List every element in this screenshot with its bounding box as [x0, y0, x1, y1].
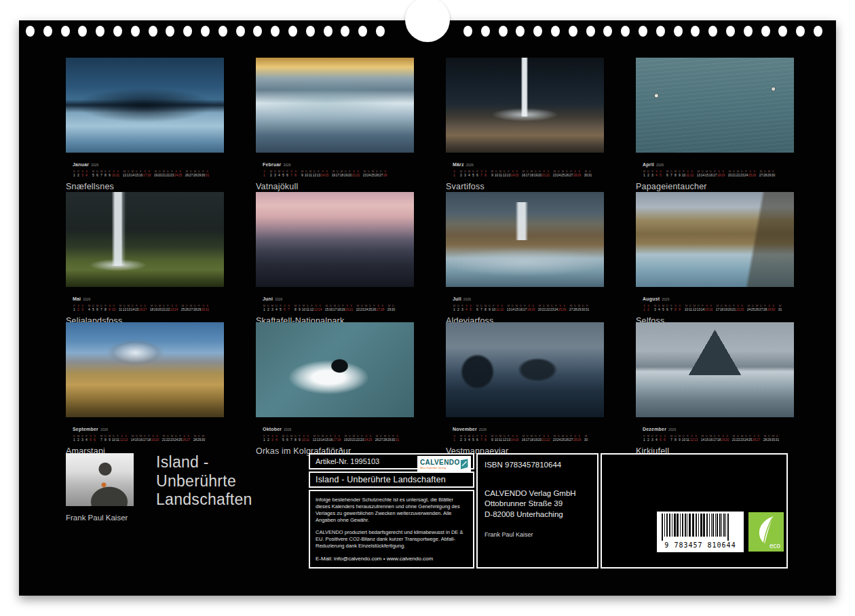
- mini-calendar-day: S28: [573, 170, 577, 178]
- photo-skaftafell-nationalpark: [256, 192, 414, 287]
- month-name: Juli: [453, 296, 461, 301]
- binding-hole: [533, 26, 542, 37]
- mini-calendar-day: D25: [368, 305, 372, 312]
- mini-calendar-day: S12: [690, 170, 694, 178]
- mini-calendar-day: D8: [674, 435, 677, 442]
- title-line-2: Unberührte: [156, 472, 252, 491]
- mini-calendar-day: F3: [651, 170, 654, 178]
- mini-calendar-week: M21D22M23D24F25S26S27: [732, 435, 760, 442]
- mini-calendar-day: M19: [344, 435, 347, 442]
- mini-calendar-november: November2026S1M2D3M4D5F6S7S8M9D10M11D12F…: [446, 421, 604, 442]
- mini-calendar-day: M9: [491, 170, 494, 178]
- mini-calendar-day: M26: [185, 170, 189, 178]
- mini-calendar-day: M1: [643, 170, 646, 178]
- mini-calendar-week: M5D6M7D8F9S10S11: [282, 435, 309, 442]
- legal-paragraph-1: Infolge bestehender Schutzrechte ist es …: [316, 497, 468, 524]
- mini-calendar-day: S30: [772, 305, 775, 312]
- mini-calendar-week: D1F2S3S4: [73, 170, 88, 178]
- mini-calendar-week: M1D2F3S4S5: [453, 305, 472, 312]
- mini-calendar-day: D30: [392, 305, 395, 312]
- mini-calendar-day: M28: [383, 435, 387, 442]
- mini-calendar-week: M29D30: [387, 305, 395, 312]
- mini-calendar-day: M29: [387, 305, 391, 312]
- mini-calendar-day: M6: [96, 305, 99, 312]
- binding-hole: [674, 26, 683, 37]
- mini-calendar-day: D10: [682, 435, 685, 442]
- mini-calendar-day: D16: [519, 305, 522, 312]
- mini-calendar-day: D20: [158, 170, 162, 178]
- binding-hole: [358, 26, 367, 37]
- mini-calendar-day: M10: [685, 305, 688, 312]
- mini-calendar-day: D23: [550, 305, 554, 312]
- mini-calendar-week: M23D24M25D26F27S28: [363, 170, 387, 178]
- photo-amarstapi: [66, 322, 224, 417]
- publisher-street: Ottobrunner Straße 39: [484, 499, 590, 509]
- mini-calendar-day: D10: [495, 435, 498, 442]
- mini-calendar-day: F17: [523, 305, 527, 312]
- mini-calendar-week: M1D2M3D4F5S6S7: [263, 305, 290, 312]
- month-year: 2026: [83, 297, 90, 301]
- mini-calendar-day: F5: [279, 305, 282, 312]
- mini-calendar-day: S18: [337, 435, 341, 442]
- mini-calendar-day: F13: [317, 170, 320, 178]
- mini-calendar-day: S11: [686, 170, 689, 178]
- mini-calendar-day: M23: [170, 435, 174, 442]
- mini-calendar-day: M13: [507, 305, 510, 312]
- mini-calendar-day: S10: [302, 435, 305, 442]
- mini-calendar-day: F27: [569, 435, 573, 442]
- mini-calendar-day: D1: [643, 435, 646, 442]
- isbn-box-author: Frank Paul Kaiser: [484, 531, 590, 538]
- mini-calendar-day: S11: [496, 305, 499, 312]
- mini-calendar-day: F9: [108, 170, 111, 178]
- mini-calendar-weeks: D1M2D3F4S5S6M7D8M9D10F11S12S13M14D15M16D…: [73, 435, 224, 442]
- mini-calendar-day: F27: [379, 170, 383, 178]
- mini-calendar-day: S16: [139, 305, 142, 312]
- mini-calendar-day: S3: [81, 170, 84, 178]
- mini-calendar-day: F30: [392, 435, 395, 442]
- mini-calendar-day: F21: [732, 305, 736, 312]
- binding-hole: [113, 26, 122, 37]
- mini-calendar-week: M26D27M28D29F30S31: [375, 435, 399, 442]
- mini-calendar-day: S28: [573, 435, 577, 442]
- mini-calendar-day: M4: [278, 170, 281, 178]
- mini-calendar-day: M19: [154, 170, 157, 178]
- mini-calendar-day: M28: [763, 435, 767, 442]
- binding-hole: [376, 26, 385, 37]
- mini-calendar-day: S8: [674, 305, 677, 312]
- binding-hole: [306, 26, 315, 37]
- mini-calendar-day: D12: [503, 435, 506, 442]
- mini-calendar-day: S4: [655, 170, 658, 178]
- mini-calendar-day: F29: [197, 305, 201, 312]
- mini-calendar-day: D13: [127, 170, 130, 178]
- mini-calendar-week: M9D10M11D12F13S14S15: [491, 170, 518, 178]
- mini-calendar-day: F26: [373, 305, 376, 312]
- month-name: September: [73, 427, 98, 431]
- mini-calendar-day: M12: [313, 435, 316, 442]
- mini-calendar-day: D13: [317, 435, 320, 442]
- binding-hole: [288, 26, 297, 37]
- mini-calendar-day: M22: [546, 305, 550, 312]
- mini-calendar-day: S10: [112, 305, 115, 312]
- mini-calendar-day: S15: [515, 435, 518, 442]
- article-number-box: Artikel-Nr. 1995103 CALVENDO Mein Kalend…: [309, 453, 474, 469]
- mini-calendar-weeks: S1S2M3D4M5D6F7S8S9M10D11M12D13F14S15S16M…: [643, 305, 794, 312]
- binding-hole: [814, 26, 822, 37]
- mini-calendar-day: S24: [174, 305, 178, 312]
- mini-calendar-day: F22: [166, 305, 170, 312]
- mini-calendar-day: F15: [135, 305, 138, 312]
- mini-calendar-day: D24: [744, 435, 748, 442]
- mini-calendar-day: S5: [89, 435, 92, 442]
- mini-calendar-week: M18D19M20D21F22S23S24: [150, 305, 178, 312]
- mini-calendar-day: D5: [282, 170, 285, 178]
- barcode: 9 783457 810644: [657, 512, 744, 552]
- mini-calendar-day: M1: [453, 305, 456, 312]
- mini-calendar-week: M11D12M13D14F15S16S17: [119, 305, 147, 312]
- mini-calendar-day: M14: [131, 435, 134, 442]
- binding-hole: [341, 26, 349, 37]
- mini-calendar-day: M25: [561, 435, 565, 442]
- photo-caption-papageientaucher: Papageientaucher: [636, 182, 794, 191]
- mini-calendar-day: D28: [193, 305, 197, 312]
- mini-calendar-m-rz: März2026S1M2D3M4D5F6S7S8M9D10M11D12F13S1…: [446, 157, 604, 178]
- mini-calendar-day: M28: [193, 170, 197, 178]
- mini-calendar-day: S26: [563, 305, 566, 312]
